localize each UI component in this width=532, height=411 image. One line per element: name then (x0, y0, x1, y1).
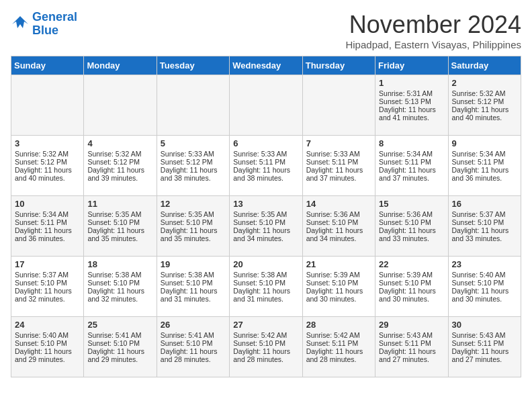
day-number: 22 (379, 259, 444, 269)
day-info: Sunrise: 5:42 AM (306, 331, 371, 339)
day-info: Sunrise: 5:42 AM (233, 331, 298, 339)
calendar-week-row: 1Sunrise: 5:31 AMSunset: 5:13 PMDaylight… (11, 75, 521, 136)
calendar-body: 1Sunrise: 5:31 AMSunset: 5:13 PMDaylight… (11, 75, 521, 377)
day-info: and 40 minutes. (452, 113, 517, 122)
day-info: and 36 minutes. (15, 234, 80, 242)
day-number: 17 (15, 259, 80, 269)
logo-icon (11, 15, 30, 34)
day-number: 19 (161, 259, 226, 269)
day-number: 9 (452, 138, 517, 148)
calendar-cell: 23Sunrise: 5:40 AMSunset: 5:10 PMDayligh… (448, 257, 521, 317)
logo-text: General Blue (32, 11, 77, 38)
day-number: 18 (87, 259, 152, 269)
day-info: Sunset: 5:11 PM (306, 339, 371, 347)
day-info: Daylight: 11 hours (452, 105, 517, 113)
calendar-cell: 27Sunrise: 5:42 AMSunset: 5:10 PMDayligh… (230, 317, 302, 377)
day-info: Daylight: 11 hours (379, 347, 444, 355)
calendar-cell: 19Sunrise: 5:38 AMSunset: 5:10 PMDayligh… (157, 257, 229, 317)
calendar-cell: 4Sunrise: 5:32 AMSunset: 5:12 PMDaylight… (84, 136, 157, 196)
day-info: Sunset: 5:10 PM (306, 279, 371, 287)
day-info: Sunrise: 5:39 AM (379, 271, 444, 279)
calendar-cell (230, 75, 302, 136)
day-info: Daylight: 11 hours (161, 226, 226, 234)
day-info: Sunrise: 5:38 AM (233, 271, 298, 279)
day-info: and 38 minutes. (233, 174, 298, 182)
day-info: Daylight: 11 hours (452, 166, 517, 174)
day-info: Daylight: 11 hours (452, 226, 517, 234)
day-info: Daylight: 11 hours (161, 166, 226, 174)
day-info: and 34 minutes. (233, 234, 298, 242)
calendar-cell: 14Sunrise: 5:36 AMSunset: 5:10 PMDayligh… (302, 196, 375, 257)
day-info: Sunset: 5:10 PM (452, 279, 517, 287)
day-info: Daylight: 11 hours (452, 287, 517, 295)
day-info: Sunrise: 5:34 AM (452, 150, 517, 158)
day-info: Daylight: 11 hours (379, 166, 444, 174)
day-info: Sunset: 5:10 PM (233, 218, 298, 226)
day-number: 27 (233, 320, 298, 330)
day-info: and 31 minutes. (161, 295, 226, 303)
day-info: Sunrise: 5:41 AM (87, 331, 152, 339)
day-info: Sunset: 5:11 PM (452, 158, 517, 166)
day-info: Sunrise: 5:31 AM (379, 89, 444, 97)
day-number: 1 (379, 78, 444, 88)
day-number: 7 (306, 138, 371, 148)
day-info: Sunrise: 5:35 AM (233, 210, 298, 218)
day-info: Sunset: 5:10 PM (87, 339, 152, 347)
calendar-cell: 12Sunrise: 5:35 AMSunset: 5:10 PMDayligh… (157, 196, 229, 257)
day-number: 11 (87, 199, 152, 209)
day-info: and 27 minutes. (379, 355, 444, 363)
day-info: Sunrise: 5:33 AM (306, 150, 371, 158)
day-info: Daylight: 11 hours (379, 226, 444, 234)
day-info: Daylight: 11 hours (306, 166, 371, 174)
month-title: November 2024 (345, 11, 521, 39)
day-info: Sunset: 5:10 PM (379, 279, 444, 287)
day-info: Sunrise: 5:34 AM (15, 210, 80, 218)
weekday-header-thursday: Thursday (302, 56, 375, 75)
day-number: 15 (379, 199, 444, 209)
day-info: and 37 minutes. (306, 174, 371, 182)
day-info: Sunrise: 5:33 AM (233, 150, 298, 158)
calendar-cell (11, 75, 84, 136)
day-info: Daylight: 11 hours (233, 226, 298, 234)
day-number: 28 (306, 320, 371, 330)
day-info: Sunset: 5:12 PM (87, 158, 152, 166)
day-info: and 28 minutes. (233, 355, 298, 363)
weekday-header-sunday: Sunday (11, 56, 84, 75)
calendar-week-row: 24Sunrise: 5:40 AMSunset: 5:10 PMDayligh… (11, 317, 521, 377)
calendar-cell: 13Sunrise: 5:35 AMSunset: 5:10 PMDayligh… (230, 196, 302, 257)
day-info: Sunset: 5:12 PM (452, 97, 517, 105)
day-info: Sunrise: 5:38 AM (161, 271, 226, 279)
day-number: 30 (452, 320, 517, 330)
day-info: Sunset: 5:11 PM (379, 339, 444, 347)
day-info: and 30 minutes. (306, 295, 371, 303)
day-number: 14 (306, 199, 371, 209)
calendar-cell (302, 75, 375, 136)
day-info: Sunrise: 5:43 AM (379, 331, 444, 339)
calendar-cell: 26Sunrise: 5:41 AMSunset: 5:10 PMDayligh… (157, 317, 229, 377)
day-number: 8 (379, 138, 444, 148)
day-info: Sunset: 5:11 PM (452, 339, 517, 347)
day-info: Sunrise: 5:36 AM (379, 210, 444, 218)
calendar-week-row: 10Sunrise: 5:34 AMSunset: 5:11 PMDayligh… (11, 196, 521, 257)
calendar-cell: 8Sunrise: 5:34 AMSunset: 5:11 PMDaylight… (375, 136, 448, 196)
day-info: Sunrise: 5:38 AM (87, 271, 152, 279)
svg-marker-0 (12, 16, 28, 28)
calendar-cell: 17Sunrise: 5:37 AMSunset: 5:10 PMDayligh… (11, 257, 84, 317)
page-header: General Blue November 2024 Hipadpad, Eas… (11, 11, 521, 50)
day-info: Daylight: 11 hours (161, 287, 226, 295)
day-info: and 40 minutes. (15, 174, 80, 182)
calendar-cell: 5Sunrise: 5:33 AMSunset: 5:12 PMDaylight… (157, 136, 229, 196)
day-info: and 32 minutes. (87, 295, 152, 303)
calendar-cell: 30Sunrise: 5:43 AMSunset: 5:11 PMDayligh… (448, 317, 521, 377)
calendar-cell: 7Sunrise: 5:33 AMSunset: 5:11 PMDaylight… (302, 136, 375, 196)
day-info: Sunrise: 5:32 AM (452, 89, 517, 97)
weekday-header-friday: Friday (375, 56, 448, 75)
day-info: Daylight: 11 hours (379, 105, 444, 113)
calendar-cell: 11Sunrise: 5:35 AMSunset: 5:10 PMDayligh… (84, 196, 157, 257)
calendar-cell: 21Sunrise: 5:39 AMSunset: 5:10 PMDayligh… (302, 257, 375, 317)
calendar-cell: 28Sunrise: 5:42 AMSunset: 5:11 PMDayligh… (302, 317, 375, 377)
day-info: Daylight: 11 hours (15, 287, 80, 295)
day-info: and 30 minutes. (452, 295, 517, 303)
calendar-cell: 15Sunrise: 5:36 AMSunset: 5:10 PMDayligh… (375, 196, 448, 257)
day-number: 3 (15, 138, 80, 148)
